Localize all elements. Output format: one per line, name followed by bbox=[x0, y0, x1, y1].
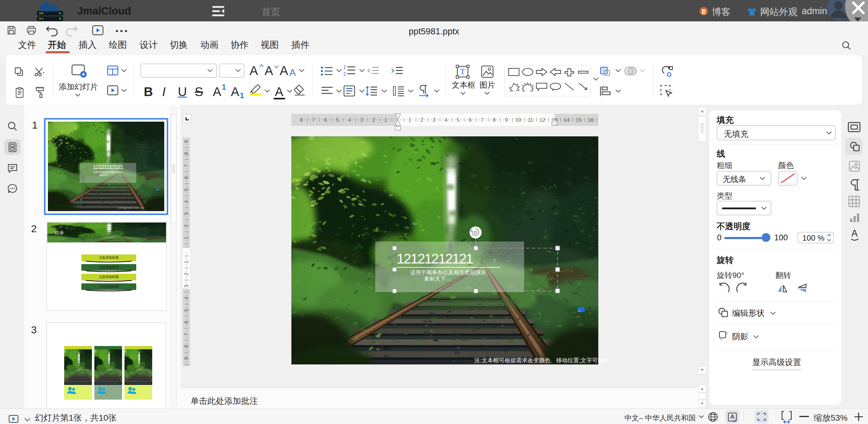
svg-text:1: 1 bbox=[184, 260, 189, 263]
svg-text:3: 3 bbox=[184, 285, 189, 287]
svg-text:6: 6 bbox=[184, 321, 189, 323]
svg-text:3: 3 bbox=[184, 212, 189, 215]
svg-text:7: 7 bbox=[481, 117, 484, 123]
svg-text:3: 3 bbox=[433, 117, 435, 123]
svg-text:9: 9 bbox=[505, 117, 507, 123]
svg-text:7: 7 bbox=[184, 164, 189, 167]
svg-text:2: 2 bbox=[184, 224, 189, 227]
svg-text:6: 6 bbox=[469, 117, 471, 123]
svg-text:10: 10 bbox=[516, 117, 521, 123]
svg-text:4: 4 bbox=[444, 117, 447, 123]
svg-text:15: 15 bbox=[576, 117, 582, 123]
svg-text:7: 7 bbox=[312, 117, 315, 123]
svg-text:8: 8 bbox=[300, 117, 303, 123]
svg-text:4: 4 bbox=[184, 200, 189, 203]
svg-text:4: 4 bbox=[348, 117, 351, 123]
svg-text:14: 14 bbox=[564, 117, 569, 123]
svg-text:5: 5 bbox=[336, 117, 339, 123]
svg-text:7: 7 bbox=[184, 333, 189, 335]
svg-text:5: 5 bbox=[184, 188, 189, 191]
svg-text:2: 2 bbox=[343, 71, 346, 76]
svg-text:11: 11 bbox=[528, 117, 533, 123]
svg-text:A: A bbox=[851, 228, 858, 238]
svg-text:9: 9 bbox=[184, 357, 189, 360]
svg-text:6: 6 bbox=[184, 176, 189, 179]
svg-text:5: 5 bbox=[457, 117, 459, 123]
svg-text:2: 2 bbox=[421, 117, 423, 123]
svg-text:6: 6 bbox=[324, 117, 327, 123]
svg-text:2: 2 bbox=[372, 117, 375, 123]
svg-text:8: 8 bbox=[184, 345, 189, 348]
svg-text:16: 16 bbox=[588, 117, 594, 123]
svg-text:1: 1 bbox=[408, 117, 411, 123]
svg-text:8: 8 bbox=[184, 152, 189, 155]
svg-text:1: 1 bbox=[184, 236, 189, 239]
svg-text:9: 9 bbox=[184, 140, 189, 143]
svg-text:2: 2 bbox=[184, 272, 189, 275]
svg-text:1: 1 bbox=[343, 65, 346, 70]
svg-text:4: 4 bbox=[184, 297, 189, 299]
svg-text:1: 1 bbox=[384, 117, 387, 123]
svg-text:T: T bbox=[460, 67, 465, 76]
svg-text:3: 3 bbox=[360, 117, 363, 123]
svg-text:5: 5 bbox=[184, 309, 189, 312]
svg-text:8: 8 bbox=[493, 117, 495, 123]
svg-text:12: 12 bbox=[540, 117, 546, 123]
